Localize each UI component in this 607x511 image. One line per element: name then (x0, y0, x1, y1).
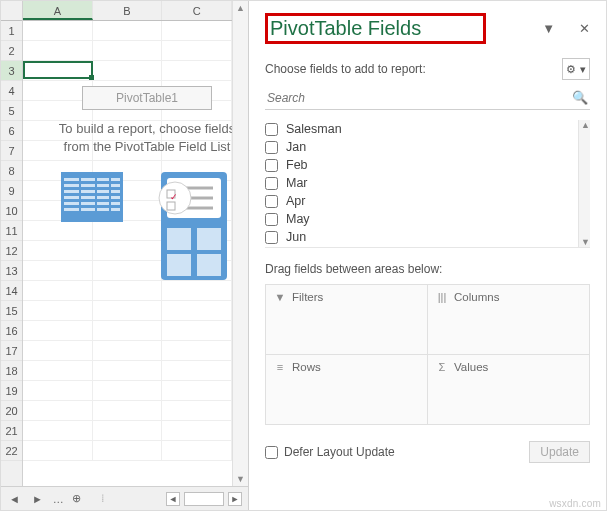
row-header[interactable]: 2 (1, 41, 22, 61)
row-header[interactable]: 9 (1, 181, 22, 201)
row-header[interactable]: 20 (1, 401, 22, 421)
field-checkbox[interactable] (265, 231, 278, 244)
field-item[interactable]: Jan (265, 138, 590, 156)
column-headers[interactable]: ABC (23, 1, 232, 21)
cell[interactable] (93, 421, 163, 441)
field-item[interactable]: Feb (265, 156, 590, 174)
field-checkbox[interactable] (265, 141, 278, 154)
vertical-scrollbar[interactable]: ▲▼ (232, 1, 248, 486)
field-checkbox[interactable] (265, 177, 278, 190)
area-rows[interactable]: ≡Rows (266, 355, 428, 425)
pane-menu-dropdown-icon[interactable]: ▼ (542, 21, 555, 36)
row-header[interactable]: 1 (1, 21, 22, 41)
cell[interactable] (93, 301, 163, 321)
cell[interactable] (162, 281, 232, 301)
row-headers[interactable]: 12345678910111213141516171819202122 (1, 1, 23, 486)
cell[interactable] (162, 361, 232, 381)
tab-ellipsis[interactable]: … (53, 493, 64, 505)
field-checkbox[interactable] (265, 195, 278, 208)
area-values[interactable]: ΣValues (428, 355, 590, 425)
column-header[interactable]: C (162, 1, 232, 20)
search-input[interactable] (267, 91, 572, 105)
cell[interactable] (162, 421, 232, 441)
drop-areas: ▼Filters |||Columns ≡Rows ΣValues (265, 284, 590, 425)
row-header[interactable]: 17 (1, 341, 22, 361)
cell[interactable] (23, 41, 93, 61)
hscroll-track[interactable] (184, 492, 224, 506)
row-header[interactable]: 5 (1, 101, 22, 121)
cell[interactable] (162, 61, 232, 81)
field-item[interactable]: Mar (265, 174, 590, 192)
cell[interactable] (23, 281, 93, 301)
cell[interactable] (93, 41, 163, 61)
row-header[interactable]: 6 (1, 121, 22, 141)
cell[interactable] (93, 281, 163, 301)
cell[interactable] (162, 381, 232, 401)
row-header[interactable]: 12 (1, 241, 22, 261)
cell[interactable] (23, 361, 93, 381)
tab-nav-next-icon[interactable]: ► (30, 493, 45, 505)
cell[interactable] (93, 381, 163, 401)
field-checkbox[interactable] (265, 159, 278, 172)
cell[interactable] (23, 301, 93, 321)
cell[interactable] (23, 441, 93, 461)
cell[interactable] (162, 441, 232, 461)
cell[interactable] (23, 321, 93, 341)
update-button[interactable]: Update (529, 441, 590, 463)
field-checkbox[interactable] (265, 123, 278, 136)
column-header[interactable]: A (23, 1, 93, 20)
field-item[interactable]: Salesman (265, 120, 590, 138)
cell[interactable] (162, 341, 232, 361)
new-sheet-button[interactable]: ⊕ (72, 492, 81, 505)
row-header[interactable]: 18 (1, 361, 22, 381)
row-header[interactable]: 10 (1, 201, 22, 221)
cell[interactable] (93, 21, 163, 41)
row-header[interactable]: 14 (1, 281, 22, 301)
cell[interactable] (93, 61, 163, 81)
hscroll-right-icon[interactable]: ► (228, 492, 242, 506)
cell[interactable] (23, 21, 93, 41)
hscroll-left-icon[interactable]: ◄ (166, 492, 180, 506)
field-checkbox[interactable] (265, 213, 278, 226)
cell[interactable] (93, 321, 163, 341)
cell[interactable] (93, 361, 163, 381)
defer-update-checkbox[interactable] (265, 446, 278, 459)
row-header[interactable]: 22 (1, 441, 22, 461)
cell[interactable] (93, 341, 163, 361)
cell-grid[interactable]: PivotTable1 To build a report, choose fi… (23, 21, 232, 461)
field-item[interactable]: Jun (265, 228, 590, 246)
row-header[interactable]: 16 (1, 321, 22, 341)
row-header[interactable]: 7 (1, 141, 22, 161)
column-header[interactable]: B (93, 1, 163, 20)
cell[interactable] (93, 401, 163, 421)
field-list-scrollbar[interactable]: ▲▼ (578, 120, 590, 247)
field-item[interactable]: Apr (265, 192, 590, 210)
cell[interactable] (23, 421, 93, 441)
gear-icon[interactable]: ⚙ ▾ (562, 58, 590, 80)
row-header[interactable]: 21 (1, 421, 22, 441)
cell[interactable] (162, 321, 232, 341)
row-header[interactable]: 3 (1, 61, 22, 81)
cell[interactable] (162, 301, 232, 321)
close-icon[interactable]: ✕ (579, 21, 590, 36)
cell[interactable] (162, 41, 232, 61)
area-filters[interactable]: ▼Filters (266, 285, 428, 355)
cell[interactable] (23, 61, 93, 81)
cell[interactable] (23, 401, 93, 421)
cell[interactable] (23, 341, 93, 361)
defer-update-control[interactable]: Defer Layout Update (265, 445, 395, 459)
cell[interactable] (162, 401, 232, 421)
row-header[interactable]: 8 (1, 161, 22, 181)
search-icon[interactable]: 🔍 (572, 90, 588, 105)
area-columns[interactable]: |||Columns (428, 285, 590, 355)
row-header[interactable]: 4 (1, 81, 22, 101)
row-header[interactable]: 11 (1, 221, 22, 241)
cell[interactable] (93, 441, 163, 461)
row-header[interactable]: 19 (1, 381, 22, 401)
cell[interactable] (23, 381, 93, 401)
cell[interactable] (162, 21, 232, 41)
field-item[interactable]: May (265, 210, 590, 228)
row-header[interactable]: 13 (1, 261, 22, 281)
row-header[interactable]: 15 (1, 301, 22, 321)
tab-nav-prev-icon[interactable]: ◄ (7, 493, 22, 505)
